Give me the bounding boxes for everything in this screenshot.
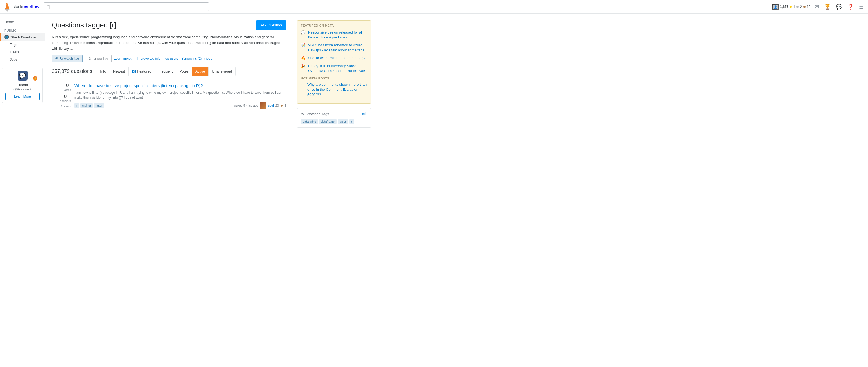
- tab-votes[interactable]: Votes: [176, 67, 192, 76]
- synonyms-link[interactable]: Synonyms (2): [181, 57, 202, 61]
- teams-icon-area: 💬 🔒: [5, 71, 40, 80]
- questions-count-row: 257,379 questions InfoNewest6FeaturedFre…: [52, 67, 286, 76]
- top-users-link[interactable]: Top users: [164, 57, 178, 61]
- bronze-count: 5: [285, 104, 286, 107]
- tab-newest[interactable]: Newest: [110, 67, 128, 76]
- tag-styling[interactable]: styling: [80, 103, 93, 108]
- question-meta: asked 5 mins ago gdol 23 5: [235, 102, 286, 109]
- site-logo[interactable]: stackoverflow: [3, 2, 39, 11]
- svg-rect-0: [5, 9, 10, 10]
- ignore-icon: ⊘: [88, 57, 91, 61]
- watched-tags-box: 👁 Watched Tags edit data.tabledataframed…: [297, 108, 371, 128]
- user-info[interactable]: 👤 1,876 1 2 18: [772, 4, 810, 10]
- ask-question-button[interactable]: Ask Question: [256, 20, 286, 30]
- eye-icon: 👁: [301, 111, 305, 116]
- watched-tag-r[interactable]: r: [349, 119, 354, 124]
- svg-text:👤: 👤: [774, 5, 777, 9]
- inbox-icon[interactable]: ✉: [814, 3, 820, 11]
- gold-dot: [789, 6, 792, 8]
- unwatch-tag-button[interactable]: 👁 Unwatch Tag: [52, 55, 83, 62]
- learn-more-button[interactable]: Learn More: [5, 93, 40, 100]
- vote-label: votes: [64, 88, 71, 92]
- right-sidebar: FEATURED ON META 💬 Responsive design rel…: [293, 14, 375, 367]
- logo-flame-icon: [3, 2, 11, 11]
- watched-tags-header: 👁 Watched Tags edit: [301, 111, 367, 116]
- sidebar-item-users[interactable]: Users: [0, 48, 45, 56]
- tag-linter[interactable]: linter: [94, 103, 104, 108]
- meta-icon-2: 🔥: [301, 56, 306, 61]
- watched-tags-title: Watched Tags: [307, 112, 329, 116]
- hot-meta-item: 4 Why are comments shown more than once …: [301, 82, 367, 97]
- answer-stat: 0 answers: [60, 94, 71, 103]
- logo-text: stackoverflow: [13, 4, 39, 9]
- help-icon[interactable]: ❓: [846, 3, 855, 11]
- silver-dot: [797, 6, 799, 8]
- user-link[interactable]: gdol: [268, 104, 274, 107]
- gold-count: 1: [793, 5, 795, 9]
- answer-count: 0: [60, 94, 71, 99]
- tabs-row: InfoNewest6FeaturedFrequentVotesActiveUn…: [97, 67, 236, 76]
- teams-title: Teams: [5, 83, 40, 87]
- unwatch-icon: 👁: [55, 57, 59, 61]
- sidebar-item-tags[interactable]: Tags: [0, 41, 45, 48]
- meta-link-0[interactable]: Responsive design released for all Beta …: [308, 30, 367, 40]
- avatar-icon: 👤: [773, 5, 778, 9]
- tab-featured[interactable]: 6Featured: [128, 67, 155, 76]
- watched-tag-dplyr[interactable]: dplyr: [338, 119, 348, 124]
- tab-frequent[interactable]: Frequent: [155, 67, 176, 76]
- watched-tag-dataframe[interactable]: dataframe: [319, 119, 337, 124]
- tag-actions: 👁 Unwatch Tag ⊘ Ignore Tag Learn more...…: [52, 55, 286, 62]
- meta-link-1[interactable]: VSTS has been renamed to Azure DevOps - …: [308, 43, 367, 53]
- meta-link-3[interactable]: Happy 10th anniversary Stack Overflow! C…: [308, 64, 367, 73]
- tab-unanswered[interactable]: Unanswered: [209, 67, 235, 76]
- review-icon[interactable]: 💬: [835, 3, 843, 11]
- page-header: Questions tagged [r] Ask Question: [52, 20, 286, 30]
- hot-meta-link-0[interactable]: Why are comments shown more than once in…: [307, 82, 367, 97]
- bronze-badge-dot: [281, 105, 283, 107]
- questions-list: 0 votes 0 answers 6 views Where do I hav…: [52, 79, 286, 112]
- vote-stat: 0 votes: [64, 83, 71, 92]
- improve-tag-info-link[interactable]: Improve tag info: [137, 57, 160, 61]
- tab-active[interactable]: Active: [192, 67, 209, 76]
- teams-section: 💬 🔒 Teams Q&A for work Learn More: [2, 68, 43, 103]
- ignore-tag-button[interactable]: ⊘ Ignore Tag: [85, 55, 112, 62]
- meta-item: 💬 Responsive design released for all Bet…: [301, 30, 367, 40]
- meta-item: 🔥 Should we burninate the [deep] tag?: [301, 56, 367, 61]
- user-rep: 1,876: [780, 5, 788, 9]
- tag-r[interactable]: r: [74, 103, 79, 108]
- watched-tags-title-wrap: 👁 Watched Tags: [301, 111, 329, 116]
- bronze-count: 18: [807, 5, 810, 9]
- question-footer: rstylinglinter asked 5 mins ago gdol 23 …: [74, 102, 286, 109]
- learn-more-link[interactable]: Learn more...: [114, 57, 133, 61]
- search-input[interactable]: [44, 2, 209, 11]
- silver-count: 2: [800, 5, 802, 9]
- globe-icon: 🌐: [4, 35, 9, 39]
- r-jobs-link[interactable]: r jobs: [204, 57, 212, 61]
- question-tags: rstylinglinter: [74, 103, 104, 108]
- svg-rect-2: [5, 7, 9, 8]
- sidebar-item-stackoverflow[interactable]: 🌐 Stack Overflow: [0, 33, 45, 41]
- watched-tag-data.table[interactable]: data.table: [301, 119, 318, 124]
- achievements-icon[interactable]: 🏆: [824, 3, 832, 11]
- main-content: Questions tagged [r] Ask Question R is a…: [45, 14, 293, 367]
- tab-info[interactable]: Info: [97, 67, 110, 76]
- question-excerpt: I am new to linter() package in R and I …: [74, 90, 286, 100]
- question-item: 0 votes 0 answers 6 views Where do I hav…: [52, 79, 286, 112]
- edit-watched-tags-link[interactable]: edit: [362, 112, 367, 116]
- more-icon[interactable]: ☰: [858, 3, 865, 11]
- user-rep-small: 23: [276, 104, 279, 107]
- meta-link-2[interactable]: Should we burninate the [deep] tag?: [308, 56, 366, 61]
- search-bar: [44, 2, 209, 11]
- sidebar-section-public: PUBLIC: [0, 26, 45, 33]
- question-title[interactable]: Where do I have to save project specific…: [74, 83, 286, 89]
- tag-links-group: Learn more... Improve tag info Top users…: [114, 57, 202, 61]
- featured-meta-title: FEATURED ON META: [301, 24, 367, 27]
- sidebar-item-home[interactable]: Home: [0, 18, 45, 26]
- sidebar-item-jobs[interactable]: Jobs: [0, 56, 45, 63]
- teams-chat-icon: 💬: [18, 71, 28, 80]
- meta-items-container: 💬 Responsive design released for all Bet…: [301, 30, 367, 73]
- header-right: 👤 1,876 1 2 18 ✉ 🏆 💬 ❓ ☰: [772, 3, 865, 11]
- meta-item: 📝 VSTS has been renamed to Azure DevOps …: [301, 43, 367, 53]
- vote-count: 0: [64, 83, 71, 88]
- watched-tags-list: data.tabledataframedplyrr: [301, 119, 367, 124]
